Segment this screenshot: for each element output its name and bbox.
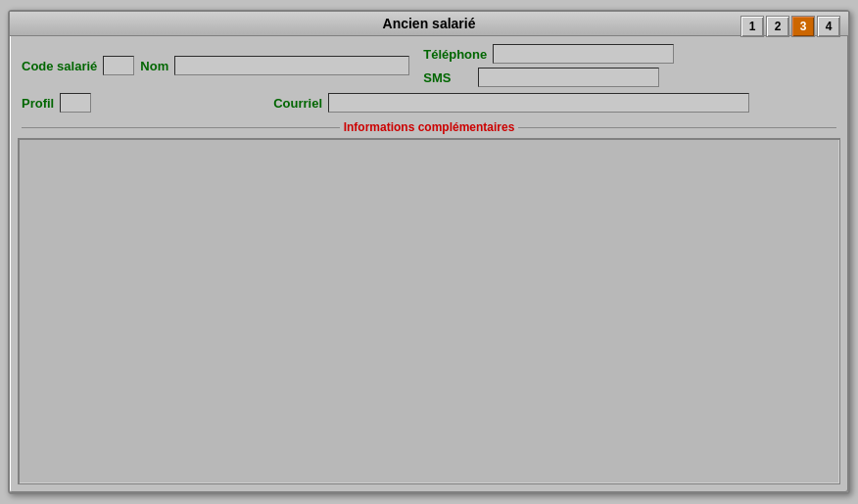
content-area bbox=[18, 138, 840, 484]
row-1: Code salarié Nom Téléphone SMS bbox=[22, 44, 836, 87]
sms-input[interactable] bbox=[478, 68, 659, 87]
window-title: Ancien salarié bbox=[383, 16, 476, 31]
row-2: Profil Courriel bbox=[22, 93, 836, 113]
nom-label: Nom bbox=[140, 59, 168, 73]
section-line-left bbox=[22, 127, 340, 128]
section-header: Informations complémentaires bbox=[22, 120, 836, 134]
telephone-input[interactable] bbox=[493, 44, 674, 64]
telephone-row: Téléphone bbox=[423, 44, 674, 64]
courriel-label: Courriel bbox=[273, 96, 322, 111]
telephone-label: Téléphone bbox=[423, 47, 487, 62]
code-salarie-input[interactable] bbox=[103, 56, 134, 75]
sms-row: SMS bbox=[423, 68, 674, 87]
profil-input[interactable] bbox=[60, 93, 91, 113]
tab-1[interactable]: 1 bbox=[740, 16, 764, 37]
tab-3[interactable]: 3 bbox=[791, 16, 815, 37]
tab-2[interactable]: 2 bbox=[766, 16, 789, 37]
section-line-right bbox=[518, 127, 836, 128]
tab-group: 1 2 3 4 bbox=[740, 16, 840, 37]
section-title: Informations complémentaires bbox=[344, 120, 515, 134]
main-window: Ancien salarié 1 2 3 4 Code salarié Nom … bbox=[8, 10, 850, 494]
tab-4[interactable]: 4 bbox=[817, 16, 840, 37]
nom-input[interactable] bbox=[174, 56, 409, 75]
code-salarie-label: Code salarié bbox=[22, 59, 97, 73]
right-column: Téléphone SMS bbox=[423, 44, 674, 87]
form-area: Code salarié Nom Téléphone SMS Profil Co… bbox=[10, 36, 848, 116]
profil-label: Profil bbox=[22, 96, 54, 111]
title-bar: Ancien salarié 1 2 3 4 bbox=[10, 12, 848, 36]
courriel-input[interactable] bbox=[328, 93, 749, 113]
sms-label: SMS bbox=[423, 70, 451, 85]
